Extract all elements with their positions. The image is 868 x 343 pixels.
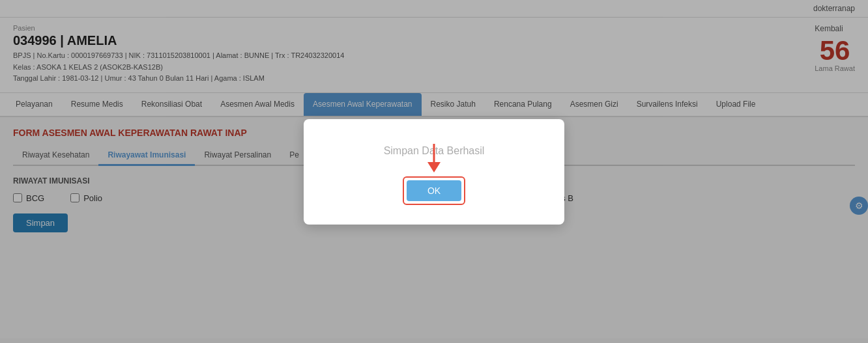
ok-button-border: OK	[403, 176, 465, 205]
modal-box: Simpan Data Berhasil OK	[304, 119, 564, 225]
svg-marker-1	[427, 162, 441, 172]
red-arrow-icon	[424, 144, 444, 172]
ok-btn-wrapper: OK	[343, 176, 525, 205]
ok-button[interactable]: OK	[407, 180, 461, 201]
modal-overlay: Simpan Data Berhasil OK	[0, 0, 868, 343]
